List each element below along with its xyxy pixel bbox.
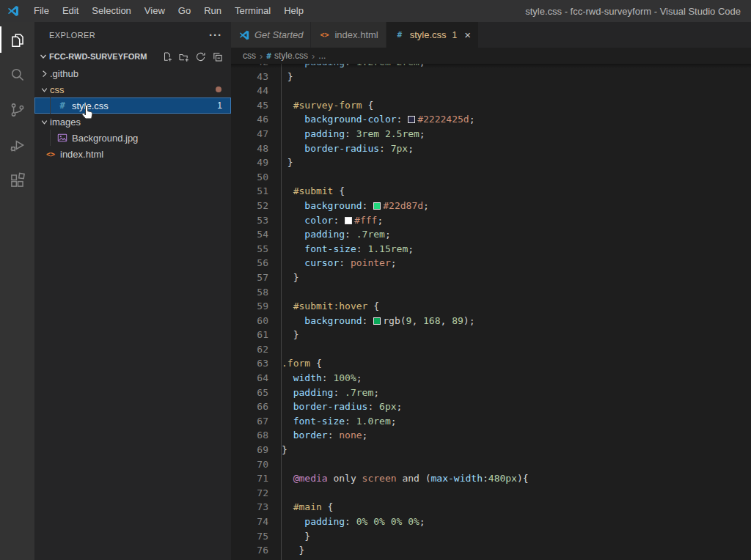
code-line-44[interactable]: 44 [231,84,751,98]
line-number[interactable]: 70 [231,457,268,472]
line-number[interactable]: 54 [231,227,268,242]
code-line-57[interactable]: 57 } [231,270,751,285]
code-line-71[interactable]: 71 @media only screen and (max-width:480… [231,471,751,486]
more-actions-icon[interactable]: ··· [209,29,222,41]
code-line-58[interactable]: 58 [231,285,751,300]
close-icon[interactable]: × [464,30,471,40]
menu-item-file[interactable]: File [27,0,56,22]
code-line-66[interactable]: 66 border-radius: 6px; [231,399,751,414]
line-number[interactable]: 60 [231,314,268,328]
line-number[interactable]: 58 [231,285,268,300]
tab-style-css[interactable]: #style.css1× [387,22,479,48]
tree-item-images[interactable]: images [34,114,231,130]
line-number[interactable]: 42 [231,64,268,70]
line-number[interactable]: 65 [231,386,268,400]
code-line-63[interactable]: 63.form { [231,356,751,371]
line-number[interactable]: 50 [231,170,268,185]
extensions-activity-button[interactable] [0,163,34,198]
line-number[interactable]: 45 [231,98,268,113]
breadcrumb-item--[interactable]: ... [318,51,326,61]
line-number[interactable]: 64 [231,371,268,386]
code-line-67[interactable]: 67 font-size: 1.0rem; [231,414,751,429]
line-number[interactable]: 69 [231,443,268,457]
line-number[interactable]: 66 [231,399,268,414]
new-file-icon[interactable] [161,51,173,63]
code-line-52[interactable]: 52 background: #22d87d; [231,199,751,213]
workspace-section-header[interactable]: FCC-RWD-SURVEYFORM [34,48,231,65]
line-number[interactable]: 49 [231,155,268,170]
code-line-42[interactable]: 42 padding: 1.2rem 2rem; [231,64,751,70]
tree-item-index-html[interactable]: <>index.html [34,146,231,162]
code-line-72[interactable]: 72 [231,486,751,501]
line-number[interactable]: 73 [231,500,268,515]
search-activity-button[interactable] [0,57,34,92]
menu-item-go[interactable]: Go [172,0,197,22]
line-number[interactable]: 44 [231,84,268,98]
code-line-51[interactable]: 51 #submit { [231,184,751,199]
code-line-69[interactable]: 69} [231,443,751,457]
code-line-59[interactable]: 59 #submit:hover { [231,299,751,314]
line-number[interactable]: 53 [231,213,268,228]
code-line-49[interactable]: 49 } [231,155,751,170]
code-line-48[interactable]: 48 border-radius: 7px; [231,141,751,156]
line-number[interactable]: 57 [231,270,268,285]
tree-item--github[interactable]: .github [34,65,231,81]
code-line-60[interactable]: 60 background: rgb(9, 168, 89); [231,314,751,328]
line-number[interactable]: 72 [231,486,268,501]
line-number[interactable]: 56 [231,256,268,270]
new-folder-icon[interactable] [177,51,190,63]
menu-item-edit[interactable]: Edit [56,0,85,22]
line-number[interactable]: 51 [231,184,268,199]
line-number[interactable]: 74 [231,515,268,529]
line-number[interactable]: 68 [231,428,268,443]
code-line-70[interactable]: 70 [231,457,751,472]
line-number[interactable]: 43 [231,70,268,84]
line-number[interactable]: 76 [231,543,268,558]
line-number[interactable]: 46 [231,112,268,127]
line-number[interactable]: 75 [231,529,268,544]
code-line-56[interactable]: 56 cursor: pointer; [231,256,751,270]
code-line-62[interactable]: 62 [231,342,751,357]
line-number[interactable]: 62 [231,342,268,357]
code-line-61[interactable]: 61 } [231,328,751,342]
code-line-53[interactable]: 53 color: #fff; [231,213,751,228]
code-line-50[interactable]: 50 [231,170,751,185]
code-line-54[interactable]: 54 padding: .7rem; [231,227,751,242]
tree-item-style-css[interactable]: #style.css1 [34,97,231,114]
run-and-debug-activity-button[interactable] [0,128,34,163]
code-line-76[interactable]: 76 } [231,543,751,558]
menu-item-terminal[interactable]: Terminal [228,0,277,22]
breadcrumb-item-style-css[interactable]: #style.css [266,51,308,61]
menu-item-run[interactable]: Run [197,0,228,22]
menu-item-selection[interactable]: Selection [85,0,137,22]
line-number[interactable]: 61 [231,328,268,342]
code-line-55[interactable]: 55 font-size: 1.15rem; [231,242,751,257]
line-number[interactable]: 63 [231,356,268,371]
tree-item-css[interactable]: css [34,81,231,97]
code-line-73[interactable]: 73 #main { [231,500,751,515]
code-line-65[interactable]: 65 padding: .7rem; [231,386,751,400]
code-line-75[interactable]: 75 } [231,529,751,544]
code-line-43[interactable]: 43 } [231,70,751,84]
menu-item-help[interactable]: Help [277,0,310,22]
tab-get-started[interactable]: Get Started [231,22,311,48]
line-number[interactable]: 55 [231,242,268,257]
line-number[interactable]: 59 [231,299,268,314]
code-line-45[interactable]: 45 #survey-form { [231,98,751,113]
menu-item-view[interactable]: View [138,0,172,22]
refresh-icon[interactable] [194,51,207,63]
line-number[interactable]: 67 [231,414,268,429]
line-number[interactable]: 71 [231,471,268,486]
collapse-all-icon[interactable] [211,51,224,63]
breadcrumb-item-css[interactable]: css [243,51,256,61]
code-line-46[interactable]: 46 background-color: #2222425d; [231,112,751,127]
tree-item-background-jpg[interactable]: Background.jpg [34,130,231,146]
line-number[interactable]: 47 [231,127,268,141]
code-line-74[interactable]: 74 padding: 0% 0% 0% 0%; [231,515,751,529]
source-control-activity-button[interactable] [0,92,34,128]
line-number[interactable]: 52 [231,199,268,213]
tab-index-html[interactable]: <>index.html [311,22,386,48]
line-number[interactable]: 48 [231,141,268,156]
code-line-68[interactable]: 68 border: none; [231,428,751,443]
code-line-47[interactable]: 47 padding: 3rem 2.5rem; [231,127,751,141]
